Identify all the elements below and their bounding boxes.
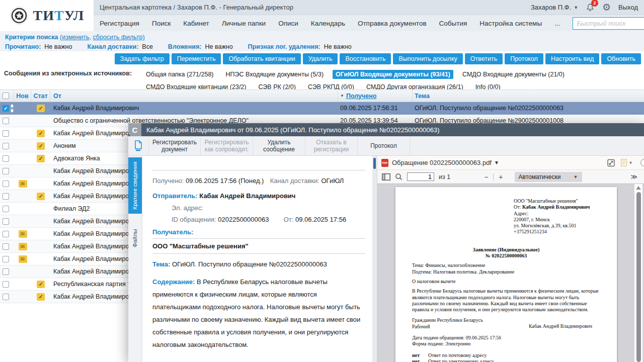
- zoom-in-button[interactable]: +: [499, 173, 503, 181]
- folder-tab[interactable]: СМДО Входящие документы (21/0): [459, 70, 568, 79]
- nav-item[interactable]: Регистрация: [100, 20, 139, 27]
- row-checkbox[interactable]: [3, 294, 9, 300]
- nav-item[interactable]: Настройка системы: [479, 20, 542, 27]
- action-button[interactable]: Настроить вид: [545, 53, 599, 64]
- nav-item[interactable]: Поиск: [152, 20, 171, 27]
- user-menu[interactable]: Захаров П.Ф. ▼: [531, 4, 578, 11]
- page-number-input[interactable]: [407, 172, 434, 181]
- row-checkbox[interactable]: [3, 256, 9, 262]
- pdf-zoom-select[interactable]: Автоматически ▼: [515, 172, 582, 182]
- criteria-filters: Прочитано:Не важноКанал доставки:ВсеВлож…: [5, 43, 639, 50]
- pdf-filename[interactable]: Обращение 02022500000063.pdf: [392, 159, 492, 166]
- register-doc-icon: [128, 136, 148, 155]
- column-received[interactable]: ▼ Получено: [338, 90, 413, 102]
- doc-answer-text: Ответ по электронному адресу: [428, 358, 494, 362]
- dialog-titlebar[interactable]: C Кабак Андрей Владимирович от 09.06.202…: [128, 123, 644, 136]
- doc-subject-line: О налоговом вычете: [412, 279, 602, 285]
- toolbar-more-button[interactable]: ≫: [630, 173, 639, 180]
- sidebar-toggle-button[interactable]: [382, 173, 390, 180]
- chevron-down-icon: ▼: [574, 174, 578, 179]
- row-checkbox[interactable]: [3, 268, 9, 275]
- modal-toolbar-button[interactable]: Регистрировать документ: [148, 136, 201, 155]
- criteria-edit-link[interactable]: (изменить,: [60, 34, 91, 41]
- find-button[interactable]: [395, 173, 403, 180]
- notifications-button[interactable]: 2: [586, 3, 595, 13]
- pdf-viewer[interactable]: ООО "Масштабные решения" От: Кабак Андре…: [377, 184, 644, 362]
- folder-tab[interactable]: НПЭС Входящие документы (5/3): [223, 70, 327, 79]
- criteria-filter-label[interactable]: Признак лог. удаления:: [248, 43, 320, 50]
- row-checkbox[interactable]: [3, 193, 9, 200]
- criteria-filter-label[interactable]: Канал доставки:: [87, 43, 138, 50]
- row-checkbox[interactable]: [3, 130, 9, 137]
- nav-item[interactable]: Кабинет: [183, 20, 209, 27]
- action-button[interactable]: Обработать квитанции: [223, 53, 300, 64]
- row-expander-icon[interactable]: ▾: [11, 104, 14, 113]
- modal-tab[interactable]: Краткие сведения: [128, 157, 142, 214]
- nav-item[interactable]: Отправка документов: [358, 20, 427, 27]
- row-checkbox[interactable]: [3, 218, 9, 225]
- zoom-out-button[interactable]: −: [484, 173, 488, 181]
- settings-gear-icon[interactable]: ⚙: [602, 3, 611, 12]
- nav-item[interactable]: Описи: [278, 20, 298, 27]
- row-select-cell: [0, 281, 14, 288]
- table-row[interactable]: ▾✓Кабак Андрей Владимирович09.06.2025 17…: [0, 102, 644, 115]
- criteria-filter-label[interactable]: Прочитано:: [5, 43, 41, 50]
- nav-item[interactable]: Личные папки: [222, 20, 266, 27]
- action-button[interactable]: Восстановить: [340, 53, 391, 64]
- row-checkbox[interactable]: [3, 243, 9, 250]
- nav-item[interactable]: ...: [554, 20, 560, 27]
- action-button[interactable]: Переместить: [172, 53, 221, 64]
- column-from[interactable]: От: [50, 90, 338, 102]
- criteria-reset-link[interactable]: сбросить фильтр): [93, 34, 145, 41]
- nav-item[interactable]: События: [439, 20, 467, 27]
- row-checkbox[interactable]: [3, 206, 9, 212]
- nav-item[interactable]: Календарь: [311, 20, 345, 27]
- sender-value: Кабак Андрей Владимирович: [199, 192, 295, 200]
- action-button[interactable]: Выполнить досылку: [393, 53, 462, 64]
- criteria-filter-label[interactable]: Вложения:: [168, 43, 202, 50]
- row-checkbox[interactable]: [3, 281, 9, 288]
- scrollbar-thumb[interactable]: [636, 192, 641, 362]
- action-button[interactable]: Ответить: [465, 53, 503, 64]
- pdf-scrollbar[interactable]: [634, 184, 642, 362]
- action-button[interactable]: Задать фильтр: [115, 53, 170, 64]
- row-checkbox[interactable]: [3, 180, 9, 187]
- scroll-up-icon[interactable]: [636, 186, 641, 190]
- action-button[interactable]: Обновить: [601, 53, 641, 64]
- content-row: Содержание: В Республике Беларусь налого…: [152, 276, 365, 351]
- row-checkbox[interactable]: [3, 118, 9, 124]
- folder-tab[interactable]: ОГиЮЛ Входящие документы (93/41): [333, 70, 453, 79]
- logout-button[interactable]: Выход: [618, 4, 638, 11]
- pdf-page: ООО "Масштабные решения" От: Кабак Андре…: [395, 187, 617, 362]
- action-button[interactable]: Протокол: [505, 53, 543, 64]
- attachment-menu-button[interactable]: ▼: [621, 159, 633, 166]
- column-subject[interactable]: Тема: [413, 90, 644, 102]
- column-new[interactable]: Нов: [14, 90, 31, 102]
- clipped-action-icon[interactable]: [640, 159, 644, 166]
- column-status[interactable]: Стат: [31, 90, 50, 102]
- status-check-icon: ✓: [37, 142, 45, 150]
- row-checkbox[interactable]: [3, 143, 9, 149]
- expand-button[interactable]: [607, 159, 615, 167]
- select-all-cell: [0, 90, 14, 102]
- modal-tab[interactable]: Файлы: [128, 215, 142, 261]
- row-from: Кабак Андрей Владимирович: [50, 105, 338, 112]
- divider: [493, 173, 494, 180]
- criteria-title: Критерии поиска: [5, 34, 58, 41]
- chevron-down-icon[interactable]: ▼: [494, 160, 499, 165]
- row-checkbox[interactable]: [3, 105, 9, 112]
- pane-splitter[interactable]: [372, 156, 377, 362]
- row-checkbox[interactable]: [3, 231, 9, 237]
- row-checkbox[interactable]: [3, 155, 9, 162]
- quick-search-input[interactable]: [573, 17, 644, 30]
- doc-signature-block: Гражданин Республики Беларусь Рабочий Ка…: [412, 317, 602, 330]
- action-button[interactable]: Удалить: [303, 53, 338, 64]
- select-all-checkbox[interactable]: [3, 93, 9, 99]
- modal-toolbar-button[interactable]: Протокол: [358, 136, 410, 155]
- doc-signer-name: Кабак Андрей Владимирович: [529, 323, 592, 329]
- logo-text: ТИТУЛ: [33, 8, 85, 24]
- folder-tab[interactable]: Общая папка (271/258): [143, 70, 217, 79]
- doc-address-label: Адрес:: [514, 211, 602, 217]
- modal-toolbar-button[interactable]: Удалить сообщение: [253, 136, 305, 155]
- row-checkbox[interactable]: [3, 168, 9, 174]
